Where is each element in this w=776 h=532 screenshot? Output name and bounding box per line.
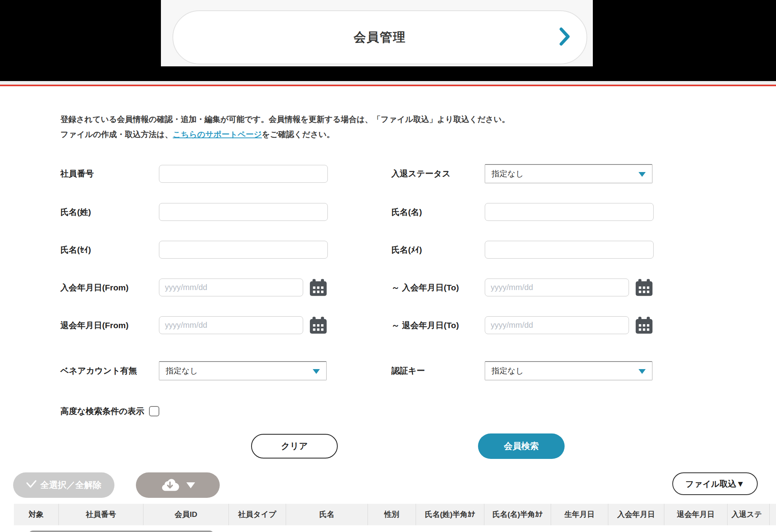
form-row-kana: 氏名(ｾｲ) 氏名(ﾒｲ) (60, 241, 776, 259)
caret-down-icon (639, 369, 646, 374)
col-member-id: 会員ID (143, 504, 229, 525)
col-join-date: 入会年月日 (608, 504, 664, 525)
join-from-label: 入会年月日(From) (60, 282, 159, 293)
calendar-icon[interactable] (309, 316, 328, 334)
leave-from-input[interactable] (159, 316, 303, 334)
form-row-join-date: 入会年月日(From) ～ 入会年月日(To) (60, 279, 776, 296)
col-employee-type: 社員タイプ (229, 504, 286, 525)
employee-no-label: 社員番号 (60, 168, 159, 179)
employee-no-input[interactable] (159, 165, 328, 183)
menu-panel: 会員管理 (161, 0, 593, 66)
horizontal-scrollbar (0, 530, 776, 532)
col-target: 対象 (14, 504, 59, 525)
leave-from-label: 退会年月日(From) (60, 320, 159, 331)
divider-strip (0, 81, 776, 85)
form-buttons-row: クリア 会員検索 (60, 433, 776, 459)
first-name-input[interactable] (485, 203, 654, 221)
first-kana-input[interactable] (485, 241, 654, 259)
download-menu-button[interactable] (136, 472, 220, 498)
table-header-row: 対象 社員番号 会員ID 社員タイプ 氏名 性別 氏名(姓)半角ｶﾅ 氏名(名)… (14, 504, 776, 525)
bene-account-label: ベネアカウント有無 (60, 365, 159, 376)
support-page-link[interactable]: こちらのサポートページ (173, 130, 262, 139)
file-import-button[interactable]: ファイル取込▼ (672, 472, 758, 495)
join-to-input[interactable] (485, 279, 629, 296)
advanced-search-checkbox[interactable] (149, 406, 159, 416)
bene-account-select[interactable]: 指定なし (159, 361, 327, 380)
leave-to-label: ～ 退会年月日(To) (391, 320, 485, 331)
col-name: 氏名 (286, 504, 368, 525)
form-row-employee-status: 社員番号 入退ステータス 指定なし (60, 164, 776, 183)
calendar-icon[interactable] (635, 279, 654, 296)
top-black-band: 会員管理 (0, 0, 776, 81)
page-title: 会員管理 (354, 29, 406, 46)
member-search-button[interactable]: 会員検索 (478, 433, 565, 459)
join-from-input[interactable] (159, 279, 303, 296)
status-select[interactable]: 指定なし (485, 164, 652, 183)
last-name-input[interactable] (159, 203, 328, 221)
status-label: 入退ステータス (391, 168, 485, 179)
scrollbar-thumb[interactable] (28, 530, 214, 532)
select-all-toggle-button[interactable]: 全選択／全解除 (13, 472, 114, 498)
intro-line2: ファイルの作成・取込方法は、こちらのサポートページをご確認ください。 (60, 127, 776, 142)
main-content: 登録されている会員情報の確認・追加・編集が可能です。会員情報を更新する場合は、「… (0, 86, 776, 459)
col-status-truncated: 入退ステ (728, 504, 770, 525)
advanced-search-label: 高度な検索条件の表示 (60, 406, 144, 417)
col-leave-date: 退会年月日 (664, 504, 728, 525)
form-row-account-auth: ベネアカウント有無 指定なし 認証キー 指定なし (60, 361, 776, 380)
last-kana-label: 氏名(ｾｲ) (60, 244, 159, 255)
auth-key-label: 認証キー (391, 365, 485, 376)
intro-text: 登録されている会員情報の確認・追加・編集が可能です。会員情報を更新する場合は、「… (60, 112, 776, 142)
clear-button[interactable]: クリア (251, 434, 338, 458)
search-form: 社員番号 入退ステータス 指定なし 氏名(姓) 氏名(名) 氏名(ｾｲ) 氏名(… (60, 164, 776, 459)
caret-down-icon (639, 172, 646, 177)
col-last-kana: 氏名(姓)半角ｶﾅ (416, 504, 484, 525)
col-gender: 性別 (368, 504, 416, 525)
leave-to-input[interactable] (485, 316, 629, 334)
form-row-name: 氏名(姓) 氏名(名) (60, 203, 776, 221)
intro-line1: 登録されている会員情報の確認・追加・編集が可能です。会員情報を更新する場合は、「… (60, 112, 776, 127)
check-icon (26, 480, 37, 490)
results-toolbar: 全選択／全解除 ファイル取込▼ (0, 472, 776, 498)
advanced-search-row: 高度な検索条件の表示 (60, 406, 776, 417)
first-name-label: 氏名(名) (391, 207, 485, 218)
auth-key-select[interactable]: 指定なし (485, 361, 652, 380)
cloud-download-icon (161, 477, 179, 493)
join-to-label: ～ 入会年月日(To) (391, 282, 485, 293)
calendar-icon[interactable] (309, 279, 328, 296)
caret-down-icon (313, 369, 320, 374)
col-first-kana: 氏名(名)半角ｶﾅ (484, 504, 551, 525)
col-employee-no: 社員番号 (59, 504, 143, 525)
member-management-menu-button[interactable]: 会員管理 (172, 10, 587, 64)
last-name-label: 氏名(姓) (60, 207, 159, 218)
col-birth-date: 生年月日 (551, 504, 608, 525)
caret-down-icon (186, 482, 195, 488)
calendar-icon[interactable] (635, 316, 654, 334)
first-kana-label: 氏名(ﾒｲ) (391, 244, 485, 255)
chevron-right-icon (559, 27, 570, 47)
form-row-leave-date: 退会年月日(From) ～ 退会年月日(To) (60, 316, 776, 334)
last-kana-input[interactable] (159, 241, 328, 259)
col-edge-sliver (770, 504, 776, 525)
